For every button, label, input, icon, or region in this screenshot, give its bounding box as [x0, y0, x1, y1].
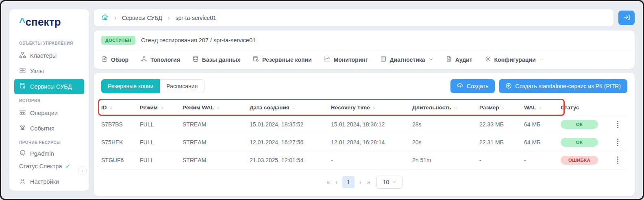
bell-icon [19, 124, 26, 133]
tab-backup-copies[interactable]: Резервные копии [101, 79, 160, 93]
app-logo: ^спектр [9, 9, 89, 34]
column-header-wal[interactable]: WAL↑↓ [524, 104, 561, 111]
cell-mode: FULL [140, 139, 183, 146]
cell-created: 12.01.2024, 16:27:56 [250, 139, 331, 146]
row-actions-menu-button[interactable] [613, 119, 622, 130]
create-standalone-service-button[interactable]: Создать standalone-сервис из РК (PITR) [499, 79, 627, 93]
tab-databases[interactable]: Базы данных [192, 56, 240, 63]
cell-recovery-time: - [331, 157, 412, 163]
breadcrumb-item-dbms-services[interactable]: Сервисы СУБД [122, 15, 162, 21]
cell-duration: 28s [412, 121, 479, 128]
sort-icon[interactable]: ↑↓ [502, 105, 504, 110]
sidebar-item-nodes[interactable]: Узлы [14, 63, 84, 79]
topology-icon [141, 56, 147, 63]
tab-topology[interactable]: Топология [141, 56, 180, 63]
table-row: S7B7BS FULL STREAM 15.01.2024, 18:35:52 … [101, 115, 627, 133]
chevron-down-icon [392, 179, 396, 185]
sidebar-item-label: Кластеры [30, 52, 57, 59]
cell-mode: FULL [140, 157, 183, 163]
column-label: Режим [140, 104, 158, 111]
logout-button[interactable] [618, 11, 635, 25]
tab-diagnostics[interactable]: Диагностика [380, 56, 433, 63]
database-gear-icon [19, 83, 26, 91]
pagination-first-button[interactable]: « [326, 179, 331, 185]
create-backup-button[interactable]: Создать [450, 79, 495, 93]
sidebar-item-settings[interactable]: Настройки [9, 171, 89, 193]
column-header-status: Статус [561, 104, 613, 111]
pagination-prev-button[interactable]: ‹ [335, 179, 338, 185]
tab-label: Базы данных [202, 57, 240, 63]
tab-audit[interactable]: Аудит [446, 56, 472, 63]
cell-id: STGUF6 [101, 157, 140, 163]
cell-size: 22.33 МБ [479, 121, 524, 128]
pagination-last-button[interactable]: » [366, 179, 371, 185]
cell-status: ОК [561, 120, 613, 129]
column-header-wal-mode[interactable]: Режим WAL↑↓ [183, 104, 250, 111]
sort-icon[interactable]: ↑↓ [372, 105, 375, 110]
cell-size: 22.31 МБ [479, 139, 524, 146]
sidebar-item-pgadmin[interactable]: PgAdmin [14, 147, 84, 160]
tab-schedules[interactable]: Расписания [160, 79, 205, 93]
column-header-created[interactable]: Дата создания↑↓ [250, 104, 331, 111]
create-backup-label: Создать [467, 83, 488, 89]
cell-recovery-time: 12.01.2024, 16:28:14 [331, 139, 412, 146]
sort-icon[interactable]: ↑↓ [160, 105, 163, 110]
cell-status: ОК [561, 138, 613, 147]
tab-label: Мониторинг [334, 57, 368, 63]
cell-duration: 20s [412, 139, 479, 146]
sidebar-item-operations[interactable]: Операции [14, 105, 84, 121]
sort-icon[interactable]: ↑↓ [217, 105, 219, 110]
page-size-select[interactable]: 10 [376, 176, 402, 189]
column-header-recovery-time[interactable]: Recovery Time↑↓ [331, 104, 412, 111]
logo-caret: ^ [19, 16, 25, 28]
sort-icon[interactable]: ↑↓ [109, 105, 112, 110]
column-header-size[interactable]: Размер↑↓ [479, 104, 524, 111]
tab-label: Диагностика [390, 57, 425, 63]
table-header-row: ID↑↓ Режим↑↓ Режим WAL↑↓ Дата создания↑↓… [101, 100, 627, 115]
column-header-id[interactable]: ID↑↓ [101, 104, 140, 111]
tab-label: Топология [150, 57, 180, 63]
settings-label: Настройки [30, 178, 59, 185]
column-header-mode[interactable]: Режим↑↓ [140, 104, 183, 111]
tab-overview[interactable]: Обзор [101, 56, 128, 63]
row-actions-menu-button[interactable] [613, 154, 622, 166]
service-status-row: ДОСТУПЕН Стенд тестирования 207 / spr-ta… [94, 30, 635, 50]
panel-tab-switcher: Резервные копии Расписания [101, 79, 205, 93]
pagination-next-button[interactable]: › [359, 179, 362, 185]
sort-icon[interactable]: ↑↓ [539, 105, 541, 110]
logout-icon [623, 14, 630, 22]
sidebar-collapse-button[interactable]: ‹ [78, 166, 87, 175]
row-actions-menu-button[interactable] [613, 137, 622, 148]
servers-icon [19, 67, 26, 75]
tab-monitoring[interactable]: Мониторинг [324, 56, 368, 63]
home-icon[interactable] [101, 13, 109, 22]
breadcrumb-item-service: spr-ta-service01 [175, 15, 216, 21]
column-label: Режим WAL [183, 104, 214, 111]
chevron-down-icon [429, 57, 433, 63]
pagination-page-1[interactable]: 1 [342, 176, 355, 188]
column-label: Дата создания [250, 104, 289, 111]
sidebar-item-events[interactable]: События [14, 121, 84, 136]
section-label-objects: ОБЪЕКТЫ УПРАВЛЕНИЯ [14, 37, 84, 48]
tab-label: Резервные копии [262, 57, 312, 63]
status-ok-check-icon: ✓ [65, 163, 71, 170]
column-label: Статус [561, 104, 579, 111]
sort-icon[interactable]: ↑↓ [292, 105, 294, 110]
sidebar-item-clusters[interactable]: Кластеры [14, 48, 84, 63]
sort-icon[interactable]: ↑↓ [454, 105, 456, 110]
sidebar-footer: ‹ Настройки [9, 171, 89, 193]
sidebar-item-dbms-services[interactable]: Сервисы СУБД [14, 79, 84, 94]
page-size-value: 10 [383, 179, 389, 185]
service-title: Стенд тестирования 207 / spr-ta-service0… [141, 37, 256, 43]
column-header-duration[interactable]: Длительность↑↓ [412, 104, 479, 111]
sidebar-item-spectr-status[interactable]: Статус Спектра ✓ [14, 160, 84, 171]
tab-configurations[interactable]: Конфигурации [485, 56, 544, 63]
sidebar: ^спектр ОБЪЕКТЫ УПРАВЛЕНИЯ Кластеры Узлы… [9, 9, 89, 191]
sidebar-item-label: Операции [30, 110, 58, 116]
cell-duration: 2h 51m [412, 157, 479, 163]
chevron-right-icon: › [168, 15, 170, 21]
tab-backups[interactable]: Резервные копии [252, 56, 312, 63]
main-content: › Сервисы СУБД › spr-ta-service01 ДОСТУП… [94, 9, 635, 191]
gear-icon [485, 56, 491, 63]
create-standalone-label: Создать standalone-сервис из РК (PITR) [515, 83, 621, 89]
